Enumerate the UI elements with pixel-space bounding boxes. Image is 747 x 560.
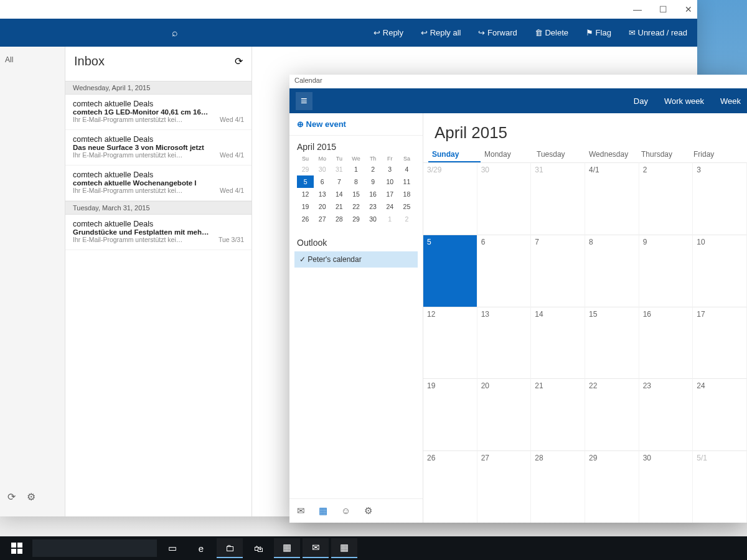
search-icon[interactable]: ⌕	[172, 27, 178, 39]
taskbar-task-view[interactable]: ▭	[159, 538, 186, 558]
calendar-day[interactable]: 8	[585, 235, 639, 307]
view-week[interactable]: Week	[720, 96, 741, 106]
calendar-list-item[interactable]: ✓ Peter's calendar	[294, 251, 418, 268]
calendar-day[interactable]: 19	[423, 378, 477, 450]
calendar-day[interactable]: 27	[477, 450, 532, 523]
mail-icon[interactable]: ✉	[297, 505, 305, 516]
mail-item[interactable]: comtech aktuelle Deals comtech 1G LED-Mo…	[65, 95, 251, 130]
mini-day[interactable]: 29	[347, 213, 364, 225]
close-button[interactable]: ✕	[685, 4, 692, 14]
view-day[interactable]: Day	[634, 96, 648, 106]
mini-day[interactable]: 4	[398, 163, 415, 175]
mini-day[interactable]: 1	[347, 163, 364, 175]
new-event-button[interactable]: ⊕ New event	[289, 113, 423, 136]
mini-day[interactable]: 12	[297, 188, 314, 200]
taskbar-edge[interactable]: e	[188, 538, 214, 558]
settings-icon[interactable]: ⚙	[27, 491, 35, 503]
refresh-icon[interactable]: ⟳	[235, 55, 243, 67]
calendar-day[interactable]: 22	[585, 378, 639, 450]
delete-button[interactable]: 🗑 Delete	[535, 28, 568, 37]
mini-day[interactable]: 7	[331, 175, 347, 188]
mini-day[interactable]: 30	[365, 213, 382, 225]
calendar-day[interactable]: 10	[693, 235, 747, 307]
sync-icon[interactable]: ⟳	[7, 491, 16, 503]
calendar-day[interactable]: 6	[477, 235, 532, 307]
calendar-day[interactable]: 15	[585, 307, 639, 379]
calendar-day[interactable]: 7	[531, 235, 585, 307]
mini-day[interactable]: 10	[382, 175, 398, 188]
mini-day[interactable]: 15	[347, 188, 364, 200]
mark-unread-button[interactable]: ✉ Unread / read	[629, 28, 687, 37]
mini-day[interactable]: 23	[365, 200, 382, 213]
mail-item[interactable]: comtech aktuelle Deals Das neue Surface …	[65, 130, 251, 166]
mini-day[interactable]: 26	[297, 213, 314, 225]
calendar-day[interactable]: 17	[693, 307, 747, 379]
calendar-day[interactable]: 2	[639, 162, 693, 235]
settings-icon[interactable]: ⚙	[364, 505, 372, 516]
mini-day[interactable]: 3	[382, 163, 398, 175]
mini-day[interactable]: 29	[297, 163, 314, 175]
calendar-day[interactable]: 28	[531, 450, 585, 523]
calendar-day[interactable]: 3/29	[423, 162, 477, 235]
mini-day[interactable]: 8	[347, 175, 364, 188]
calendar-day[interactable]: 30	[477, 162, 532, 235]
mini-day[interactable]: 9	[365, 175, 382, 188]
calendar-day[interactable]: 13	[477, 307, 532, 379]
reply-all-button[interactable]: ↩ Reply all	[421, 28, 461, 37]
mini-day[interactable]: 24	[382, 200, 398, 213]
calendar-day[interactable]: 5	[423, 235, 477, 307]
mini-day[interactable]: 25	[398, 200, 415, 213]
calendar-day[interactable]: 3	[693, 162, 747, 235]
mini-day[interactable]: 5	[297, 175, 314, 188]
minimize-button[interactable]: —	[633, 4, 642, 14]
mini-day[interactable]: 28	[331, 213, 347, 225]
mini-day[interactable]: 14	[331, 188, 347, 200]
calendar-day[interactable]: 16	[639, 307, 693, 379]
calendar-day[interactable]: 29	[585, 450, 639, 523]
mini-day[interactable]: 2	[398, 213, 415, 225]
mini-day[interactable]: 1	[382, 213, 398, 225]
people-icon[interactable]: ☺	[341, 505, 350, 516]
mini-day[interactable]: 2	[365, 163, 382, 175]
calendar-day[interactable]: 24	[693, 378, 747, 450]
taskbar-app1[interactable]: ▦	[274, 538, 300, 558]
calendar-day[interactable]: 26	[423, 450, 477, 523]
calendar-day[interactable]: 31	[531, 162, 585, 235]
taskbar-mail[interactable]: ✉	[303, 538, 329, 558]
reply-button[interactable]: ↩ Reply	[374, 28, 403, 37]
calendar-day[interactable]: 14	[531, 307, 585, 379]
forward-button[interactable]: ↪ Forward	[478, 28, 517, 37]
mini-day[interactable]: 13	[314, 188, 331, 200]
calendar-icon[interactable]: ▦	[319, 505, 327, 516]
mini-day[interactable]: 18	[398, 188, 415, 200]
mini-day[interactable]: 19	[297, 200, 314, 213]
taskbar-calendar[interactable]: ▦	[331, 538, 357, 558]
mini-day[interactable]: 17	[382, 188, 398, 200]
mini-day[interactable]: 6	[314, 175, 331, 188]
taskbar-store[interactable]: 🛍	[245, 538, 271, 558]
mail-item[interactable]: comtech aktuelle Deals comtech aktuelle …	[65, 166, 251, 201]
hamburger-icon[interactable]: ≡	[296, 92, 312, 110]
mini-day[interactable]: 31	[331, 163, 347, 175]
calendar-day[interactable]: 5/1	[693, 450, 747, 523]
mini-day[interactable]: 22	[347, 200, 364, 213]
mini-day[interactable]: 21	[331, 200, 347, 213]
mini-day[interactable]: 27	[314, 213, 331, 225]
calendar-day[interactable]: 21	[531, 378, 585, 450]
calendar-day[interactable]: 9	[639, 235, 693, 307]
mini-day[interactable]: 30	[314, 163, 331, 175]
mail-item[interactable]: comtech aktuelle Deals Grundstücke und F…	[65, 215, 251, 250]
maximize-button[interactable]: ☐	[659, 4, 667, 14]
view-workweek[interactable]: Work week	[664, 96, 704, 106]
folder-all[interactable]: All	[5, 55, 60, 486]
taskbar-search[interactable]	[32, 539, 157, 557]
calendar-day[interactable]: 30	[639, 450, 693, 523]
flag-button[interactable]: ⚑ Flag	[586, 28, 611, 37]
calendar-day[interactable]: 4/1	[585, 162, 639, 235]
taskbar-explorer[interactable]: 🗀	[217, 538, 243, 558]
calendar-day[interactable]: 20	[477, 378, 532, 450]
taskbar-start[interactable]	[4, 538, 30, 558]
calendar-day[interactable]: 12	[423, 307, 477, 379]
calendar-day[interactable]: 23	[639, 378, 693, 450]
mini-day[interactable]: 20	[314, 200, 331, 213]
